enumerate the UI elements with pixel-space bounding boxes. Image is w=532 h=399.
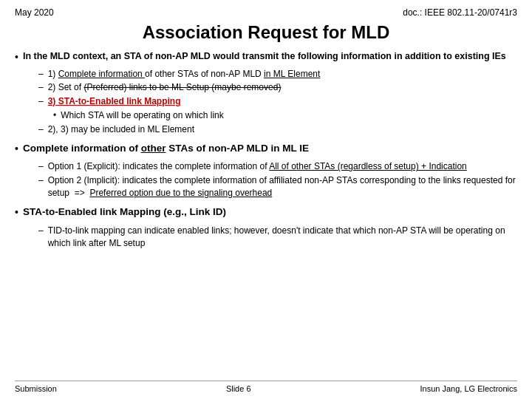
header: May 2020 doc.: IEEE 802.11-20/0741r3: [15, 7, 517, 18]
sub-item-2-2: – Option 2 (Implicit): indicates the com…: [38, 174, 517, 200]
all-other-stas-link: All of other STAs (regardless of setup) …: [269, 161, 467, 171]
sub-item-1-3-text: 3) STA-to-Enabled link Mapping: [48, 95, 181, 108]
header-doc: doc.: IEEE 802.11-20/0741r3: [403, 7, 517, 18]
section-2: • Complete information of other STAs of …: [15, 142, 517, 200]
sub-item-1-1: – 1) Complete information of other STAs …: [38, 68, 517, 81]
page: May 2020 doc.: IEEE 802.11-20/0741r3 Ass…: [0, 0, 532, 399]
section-3: • STA-to-Enabled link Mapping (e.g., Lin…: [15, 205, 517, 249]
bullet-1: •: [15, 50, 18, 65]
dash-1-1: –: [38, 68, 44, 81]
section-1: • In the MLD context, an STA of non-AP M…: [15, 50, 517, 136]
sub-item-3-1-text: TID-to-link mapping can indicate enabled…: [48, 225, 517, 250]
section-1-sublist: – 1) Complete information of other STAs …: [38, 68, 517, 136]
section-2-sublist: – Option 1 (Explicit): indicates the com…: [38, 160, 517, 199]
sub-item-1-2: – 2) Set of (Preferred) links to be ML S…: [38, 81, 517, 94]
sub-sub-item-1-text: Which STA will be operating on which lin…: [61, 109, 224, 122]
section-2-main: • Complete information of other STAs of …: [15, 142, 517, 158]
preferred-links-strikethrough: (Preferred) links to be ML Setup (maybe …: [83, 82, 281, 92]
sub-sub-bullet-1: •: [53, 109, 56, 122]
page-title: Association Request for MLD: [15, 22, 517, 43]
dash-2-2: –: [38, 174, 44, 200]
sub-item-1-3: – 3) STA-to-Enabled link Mapping: [38, 95, 517, 108]
preferred-option-link: Preferred option due to the signaling ov…: [89, 188, 272, 198]
dash-2-1: –: [38, 160, 44, 173]
sub-item-1-4-text: 2), 3) may be included in ML Element: [48, 123, 194, 136]
bullet-3: •: [15, 205, 18, 222]
section-1-bold: In the MLD context, an STA of non-AP MLD…: [23, 51, 506, 61]
sub-item-2-2-text: Option 2 (Implicit): indicates the compl…: [48, 174, 517, 200]
section-1-main: • In the MLD context, an STA of non-AP M…: [15, 50, 517, 65]
dash-1-2: –: [38, 81, 44, 94]
sub-item-3-1: – TID-to-link mapping can indicate enabl…: [38, 225, 517, 250]
sta-to-enabled-link: 3) STA-to-Enabled link Mapping: [48, 96, 181, 106]
sub-item-1-1-text: 1) Complete information of other STAs of…: [48, 68, 321, 81]
sub-item-1-2-text: 2) Set of (Preferred) links to be ML Set…: [48, 81, 282, 94]
dash-1-4: –: [38, 123, 44, 136]
dash-3-1: –: [38, 225, 44, 250]
footer: Submission Slide 6 Insun Jang, LG Electr…: [15, 381, 517, 393]
bullet-2: •: [15, 142, 18, 158]
section-1-text: In the MLD context, an STA of non-AP MLD…: [23, 50, 506, 65]
other-underline: other: [141, 143, 166, 154]
section-3-heading: STA-to-Enabled link Mapping (e.g., Link …: [23, 205, 226, 219]
footer-right: Insun Jang, LG Electronics: [420, 384, 517, 393]
sub-sub-list-1: • Which STA will be operating on which l…: [53, 109, 517, 122]
complete-info-link: Complete information: [58, 69, 145, 79]
content-area: • In the MLD context, an STA of non-AP M…: [15, 50, 517, 378]
header-date: May 2020: [15, 7, 54, 18]
section-3-main: • STA-to-Enabled link Mapping (e.g., Lin…: [15, 205, 517, 222]
option2-label: Option 2 (Implicit):: [48, 175, 120, 185]
in-ml-element-link: in ML Element: [264, 69, 320, 79]
footer-center: Slide 6: [226, 384, 251, 393]
dash-1-3: –: [38, 95, 44, 108]
footer-left: Submission: [15, 384, 57, 393]
sub-item-2-1: – Option 1 (Explicit): indicates the com…: [38, 160, 517, 173]
sub-item-1-4: – 2), 3) may be included in ML Element: [38, 123, 517, 136]
section-3-sublist: – TID-to-link mapping can indicate enabl…: [38, 225, 517, 250]
section-2-heading: Complete information of other STAs of no…: [23, 142, 309, 156]
option1-label: Option 1 (Explicit):: [48, 161, 120, 171]
sub-item-2-1-text: Option 1 (Explicit): indicates the compl…: [48, 160, 467, 173]
sub-sub-item-1: • Which STA will be operating on which l…: [53, 109, 517, 122]
